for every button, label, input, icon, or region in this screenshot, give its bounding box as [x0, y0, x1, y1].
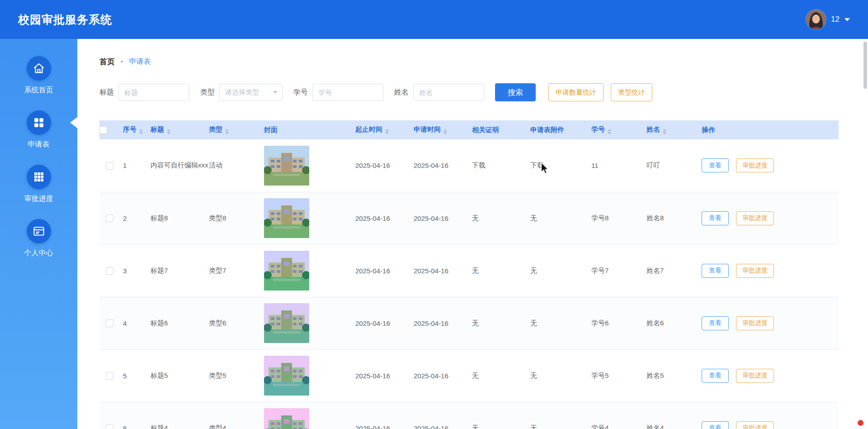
column-header: 申请表附件 [527, 120, 588, 139]
view-button[interactable]: 查看 [702, 264, 729, 278]
column-header[interactable]: 姓名 [643, 120, 698, 139]
cell-title: 标题4 [147, 402, 205, 429]
cell-attachment[interactable]: 下载 [527, 139, 588, 192]
home-icon [27, 56, 51, 81]
cover-image [264, 146, 309, 186]
type-stats-button[interactable]: 类型统计 [611, 83, 652, 101]
cell-title: 标题5 [147, 349, 205, 402]
progress-button[interactable]: 审批进度 [736, 158, 774, 172]
column-header[interactable]: 申请时间 [410, 120, 468, 139]
sidebar-item-profile[interactable]: 个人中心 [0, 212, 77, 266]
breadcrumb: 首页 ● 申请表 [99, 57, 868, 67]
apps-icon [27, 110, 51, 135]
sidebar-item-label: 系统首页 [24, 86, 53, 95]
sidebar-item-application[interactable]: 申请表 [0, 103, 77, 157]
cell-attachment: 无 [527, 297, 588, 349]
cell-proof[interactable]: 下载 [468, 139, 527, 192]
sort-icon[interactable] [139, 129, 143, 135]
column-header[interactable]: 序号 [119, 120, 147, 139]
title-filter-input[interactable] [118, 84, 189, 101]
sidebar-item-label: 个人中心 [24, 248, 53, 258]
progress-button[interactable]: 审批进度 [736, 421, 774, 429]
cell-title: 标题8 [147, 192, 205, 244]
cell-index: 2 [119, 192, 147, 244]
table-row: 1 内容可自行编辑xxx 活动 2025-04-1 [99, 139, 839, 192]
column-header[interactable]: 标题 [147, 120, 205, 139]
cell-student-id: 11 [588, 139, 643, 192]
chevron-down-icon [844, 18, 850, 21]
view-button[interactable]: 查看 [702, 211, 729, 225]
row-checkbox[interactable] [106, 372, 113, 380]
app-title: 校园审批服务系统 [18, 12, 112, 27]
cell-student-id: 学号5 [588, 349, 643, 402]
sidebar-item-label: 申请表 [28, 140, 50, 149]
chevron-down-icon [273, 91, 278, 94]
cell-index: 4 [119, 297, 147, 349]
student-id-filter-input[interactable] [312, 84, 383, 101]
app-header: 校园审批服务系统 12 [0, 0, 868, 39]
name-filter-input[interactable] [413, 84, 484, 101]
type-select-placeholder: 请选择类型 [225, 88, 259, 97]
cell-name: 姓名8 [643, 192, 698, 244]
column-header[interactable]: 起止时间 [352, 120, 410, 139]
cell-student-id: 学号6 [588, 297, 643, 349]
breadcrumb-current: 申请表 [129, 57, 151, 67]
sort-icon[interactable] [608, 129, 611, 135]
user-menu[interactable]: 12 [806, 10, 850, 29]
progress-button[interactable]: 审批进度 [736, 316, 774, 330]
view-button[interactable]: 查看 [702, 316, 729, 330]
breadcrumb-home[interactable]: 首页 [99, 57, 115, 67]
sidebar-menu: 系统首页 申请表 审批进度 个人中心 [0, 39, 77, 266]
sort-icon[interactable] [443, 129, 447, 135]
cell-apply-date: 2025-04-16 [410, 349, 468, 402]
cell-proof: 无 [468, 244, 527, 297]
cell-apply-date: 2025-04-16 [410, 402, 468, 429]
cell-index: 1 [119, 139, 147, 192]
cell-name: 姓名5 [643, 349, 698, 402]
cover-image [264, 198, 309, 238]
column-header[interactable]: 学号 [588, 120, 643, 139]
column-header: 封面 [260, 120, 352, 139]
cell-name: 姓名6 [643, 297, 698, 349]
column-header[interactable]: 类型 [205, 120, 260, 139]
view-button[interactable]: 查看 [702, 158, 729, 172]
view-button[interactable]: 查看 [702, 369, 729, 383]
sidebar-item-home[interactable]: 系统首页 [0, 49, 77, 103]
view-button[interactable]: 查看 [702, 421, 729, 429]
row-checkbox[interactable] [106, 214, 113, 222]
row-checkbox[interactable] [106, 424, 113, 429]
sidebar-item-progress[interactable]: 审批进度 [0, 157, 77, 212]
select-all-checkbox[interactable] [99, 126, 107, 134]
column-header: 相关证明 [468, 120, 527, 139]
cell-attachment: 无 [527, 244, 588, 297]
row-checkbox[interactable] [106, 319, 113, 327]
cell-name: 姓名7 [643, 244, 698, 297]
table-row: 4 标题6 类型6 2025-04-16 [99, 297, 839, 349]
type-filter-select[interactable]: 请选择类型 [219, 84, 283, 101]
user-badge: 12 [831, 15, 840, 24]
cell-type: 类型5 [205, 349, 260, 402]
sort-icon[interactable] [167, 129, 170, 135]
cell-student-id: 学号7 [588, 244, 643, 297]
student-id-filter-label: 学号 [293, 88, 308, 97]
recording-indicator [858, 420, 863, 426]
cell-type: 类型7 [205, 244, 260, 297]
scrollbar-thumb[interactable] [863, 42, 867, 89]
row-checkbox[interactable] [106, 267, 113, 275]
avatar[interactable] [806, 10, 826, 29]
row-checkbox[interactable] [106, 162, 113, 170]
sort-icon[interactable] [663, 129, 666, 135]
search-button[interactable]: 搜索 [495, 83, 536, 101]
cell-title: 内容可自行编辑xxx [147, 139, 205, 192]
cell-date-range: 2025-04-16 [352, 402, 410, 429]
progress-button[interactable]: 审批进度 [736, 211, 774, 225]
count-stats-button[interactable]: 申请数量统计 [548, 83, 604, 101]
sort-icon[interactable] [385, 129, 389, 135]
cover-image [264, 251, 309, 291]
cell-proof: 无 [468, 402, 527, 429]
sort-icon[interactable] [225, 129, 229, 135]
cell-date-range: 2025-04-16 [352, 192, 410, 244]
progress-button[interactable]: 审批进度 [736, 369, 774, 383]
progress-button[interactable]: 审批进度 [736, 264, 774, 278]
cell-proof: 无 [468, 297, 527, 349]
